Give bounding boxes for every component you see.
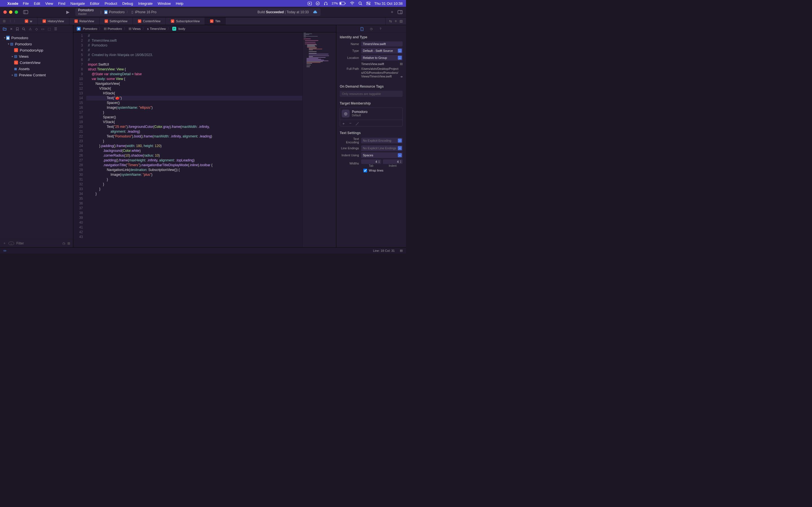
code-line[interactable]: Text("Pomodoro").bold().frame(maxWidth: … bbox=[86, 134, 302, 139]
menu-integrate[interactable]: Integrate bbox=[138, 1, 153, 6]
code-line[interactable]: .navigationTitle("Timers").navigationBar… bbox=[86, 163, 302, 168]
remove-target-button[interactable]: − bbox=[349, 121, 352, 126]
menubar-wifi-icon[interactable] bbox=[350, 2, 354, 5]
menubar-battery[interactable]: 27% bbox=[332, 2, 346, 5]
minimap[interactable] bbox=[302, 33, 336, 247]
editor-tab[interactable]: sSettingsView bbox=[100, 17, 133, 25]
menu-edit[interactable]: Edit bbox=[34, 1, 40, 6]
code-line[interactable]: Text("🍅") bbox=[86, 96, 302, 101]
issues-navigator-icon[interactable]: ⚠ bbox=[29, 27, 32, 31]
code-line[interactable]: } bbox=[86, 139, 302, 144]
back-button[interactable]: 〈 bbox=[8, 19, 11, 24]
code-line[interactable]: // Created by Alvin Wanjala on 16/06/202… bbox=[86, 53, 302, 57]
related-items-icon[interactable]: ⊞ bbox=[3, 19, 6, 23]
endings-select[interactable]: No Explicit Line Endings⌄ bbox=[361, 145, 403, 151]
breakpoints-navigator-icon[interactable]: ⬚ bbox=[48, 27, 51, 31]
code-line[interactable]: @State var showingDetail = false bbox=[86, 72, 302, 76]
forward-button[interactable]: 〉 bbox=[13, 19, 17, 24]
menu-help[interactable]: Help bbox=[176, 1, 184, 6]
code-line[interactable]: Spacer() bbox=[86, 101, 302, 105]
code-line[interactable]: // bbox=[86, 34, 302, 38]
toggle-left-sidebar-button[interactable] bbox=[23, 10, 28, 14]
code-line[interactable]: .background(Color.white) bbox=[86, 149, 302, 153]
app-menu[interactable]: Xcode bbox=[7, 1, 18, 6]
canvas-toggle-bottom-icon[interactable]: ▤ bbox=[400, 249, 403, 252]
menubar-headphones-icon[interactable] bbox=[324, 1, 328, 5]
code-line[interactable]: Spacer() bbox=[86, 115, 302, 120]
code-line[interactable]: // Pomodoro bbox=[86, 43, 302, 48]
editor-tab[interactable]: sSubscriptionView bbox=[166, 17, 205, 25]
menu-editor[interactable]: Editor bbox=[90, 1, 100, 6]
disclosure-triangle-icon[interactable]: ▸ bbox=[11, 55, 14, 58]
navigator-row[interactable]: sPomodoroApp bbox=[0, 47, 73, 53]
menubar-check-icon[interactable] bbox=[316, 1, 320, 5]
crumb-2[interactable]: Views bbox=[133, 27, 141, 31]
code-area[interactable]: //// TimersView.swift// Pomodoro//// Cre… bbox=[85, 33, 302, 247]
code-line[interactable]: HStack{ bbox=[86, 91, 302, 96]
file-name-input[interactable] bbox=[361, 41, 403, 47]
code-line[interactable]: var body: some View { bbox=[86, 76, 302, 81]
minimize-window-button[interactable] bbox=[9, 10, 12, 14]
menubar-screen-icon[interactable] bbox=[308, 2, 312, 5]
menubar-datetime[interactable]: Thu 31 Oct 10:38 bbox=[374, 1, 403, 6]
location-select[interactable]: Relative to Group⌄ bbox=[361, 55, 403, 61]
minimap-toggle-icon[interactable]: ≡ bbox=[395, 19, 397, 23]
code-line[interactable]: .cornerRadius(10).shadow(radius: 10) bbox=[86, 153, 302, 158]
menu-navigate[interactable]: Navigate bbox=[70, 1, 85, 6]
add-target-button[interactable]: ＋ bbox=[342, 121, 345, 126]
history-inspector-tab-icon[interactable]: ◷ bbox=[370, 27, 373, 31]
navigator-row[interactable]: ▸▤Preview Content bbox=[0, 72, 73, 78]
code-line[interactable]: } bbox=[86, 110, 302, 115]
project-navigator-tab-icon[interactable] bbox=[3, 27, 6, 31]
code-line[interactable]: NavigationView{ bbox=[86, 81, 302, 86]
canvas-toggle-icon[interactable]: ▤ bbox=[400, 19, 403, 23]
code-line[interactable]: // bbox=[86, 48, 302, 53]
recent-files-icon[interactable]: ◷ bbox=[62, 241, 65, 245]
menu-window[interactable]: Window bbox=[158, 1, 170, 6]
add-button[interactable]: ＋ bbox=[3, 241, 6, 245]
zoom-window-button[interactable] bbox=[15, 10, 18, 14]
menu-debug[interactable]: Debug bbox=[122, 1, 133, 6]
navigator-row[interactable]: sContentView bbox=[0, 59, 73, 66]
code-line[interactable]: VStack{ bbox=[86, 120, 302, 124]
editor-tab[interactable]: sTim bbox=[205, 17, 225, 25]
edit-target-button[interactable]: ／ bbox=[356, 121, 359, 126]
editor-tab[interactable]: sHistoryView bbox=[38, 17, 69, 25]
code-line[interactable]: NavigationLink(destination: Subscription… bbox=[86, 168, 302, 172]
tab-width-stepper[interactable]: 4▲▼ bbox=[361, 159, 381, 164]
crumb-1[interactable]: Pomodoro bbox=[108, 27, 122, 31]
disclosure-triangle-icon[interactable]: ▾ bbox=[7, 43, 10, 45]
find-navigator-icon[interactable] bbox=[22, 27, 26, 31]
crumb-0[interactable]: Pomodoro bbox=[83, 27, 97, 31]
debug-area-toggle-icon[interactable]: ▭ bbox=[3, 249, 6, 252]
code-line[interactable]: Image(systemName: "ellipsis") bbox=[86, 105, 302, 110]
reports-navigator-icon[interactable]: ☰ bbox=[54, 27, 57, 31]
code-line[interactable]: } bbox=[86, 191, 302, 196]
tests-navigator-icon[interactable]: ◇ bbox=[35, 27, 38, 31]
code-line[interactable]: } bbox=[86, 187, 302, 191]
menubar-control-center-icon[interactable] bbox=[366, 2, 370, 5]
reveal-in-finder-icon[interactable]: ➜ bbox=[400, 75, 403, 78]
navigator-row[interactable]: ▾▤Pomodoro bbox=[0, 41, 73, 47]
line-number-gutter[interactable]: 1234567891011121314151617181920212223242… bbox=[73, 33, 85, 247]
source-control-navigator-icon[interactable]: ✕ bbox=[10, 27, 13, 31]
scm-status-filter-icon[interactable]: ⊞ bbox=[67, 241, 70, 245]
file-type-select[interactable]: Default - Swift Source⌄ bbox=[361, 48, 403, 54]
menubar-spotlight-icon[interactable] bbox=[358, 1, 362, 5]
code-line[interactable]: Image(systemName: "plus") bbox=[86, 172, 302, 177]
wrap-lines-checkbox[interactable] bbox=[363, 169, 367, 172]
navigator-row[interactable]: ▾▣Pomodoro bbox=[0, 35, 73, 41]
crumb-3[interactable]: TimersView bbox=[150, 27, 166, 31]
bookmarks-navigator-icon[interactable] bbox=[16, 27, 18, 31]
filter-scope-icon[interactable]: ⌄ bbox=[8, 242, 14, 245]
folder-picker-icon[interactable]: ▤ bbox=[400, 62, 403, 66]
menu-find[interactable]: Find bbox=[58, 1, 65, 6]
file-inspector-tab-icon[interactable] bbox=[360, 27, 364, 31]
crumb-4[interactable]: body bbox=[179, 27, 185, 31]
menu-file[interactable]: File bbox=[23, 1, 29, 6]
activity-view[interactable]: Pomodoro master | ▣ Pomodoro 〉 ▯ iPhone … bbox=[75, 8, 320, 16]
tab-switch-arrows-icon[interactable]: ⇆ bbox=[389, 19, 392, 23]
indent-using-select[interactable]: Spaces⌄ bbox=[361, 152, 403, 158]
toggle-right-sidebar-button[interactable] bbox=[398, 10, 403, 14]
editor-tab[interactable]: sContentView bbox=[133, 17, 166, 25]
